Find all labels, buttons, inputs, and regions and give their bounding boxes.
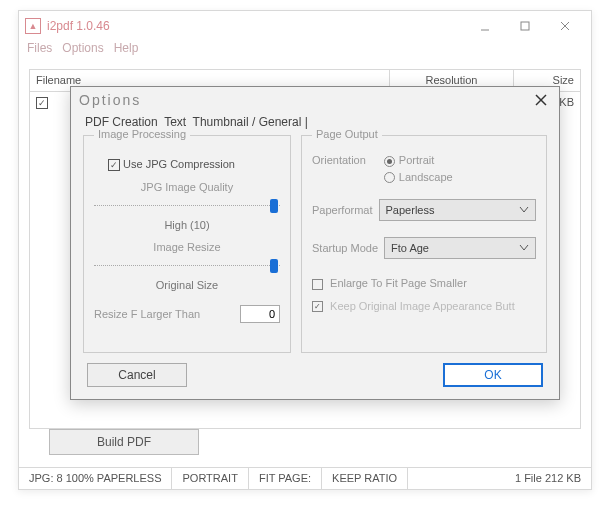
dialog-title: Options xyxy=(79,92,141,108)
ok-button[interactable]: OK xyxy=(443,363,543,387)
group-legend: Image Processing xyxy=(94,128,190,140)
larger-label: Resize F Larger Than xyxy=(94,308,200,320)
options-dialog: Options PDF Creation Text Thumbnail / Ge… xyxy=(70,86,560,400)
statusbar: JPG: 8 100% PAPERLESS PORTRAIT FIT PAGE:… xyxy=(19,467,591,489)
paperformat-label: Paperformat xyxy=(312,204,373,216)
radio-portrait[interactable]: Portrait xyxy=(384,154,453,167)
quality-label: JPG Image Quality xyxy=(94,181,280,193)
paperformat-value: Paperless xyxy=(386,204,435,216)
startup-select[interactable]: Fto Age xyxy=(384,237,536,259)
larger-input[interactable] xyxy=(240,305,280,323)
menubar: Files Options Help xyxy=(19,41,591,63)
use-jpg-label: Use JPG Compression xyxy=(123,158,235,170)
minimize-button[interactable] xyxy=(465,14,505,38)
paperformat-select[interactable]: Paperless xyxy=(379,199,536,221)
radio-icon xyxy=(384,172,395,183)
menu-help[interactable]: Help xyxy=(114,41,139,63)
resize-value: Original Size xyxy=(94,279,280,291)
quality-value: High (10) xyxy=(94,219,280,231)
page-output-group: Page Output Orientation Portrait Landsca… xyxy=(301,135,547,353)
status-jpg: JPG: 8 100% PAPERLESS xyxy=(19,468,172,489)
resize-slider[interactable] xyxy=(94,257,280,275)
startup-label: Startup Mode xyxy=(312,242,378,254)
svg-rect-1 xyxy=(521,22,529,30)
image-processing-group: Image Processing ✓ Use JPG Compression J… xyxy=(83,135,291,353)
menu-files[interactable]: Files xyxy=(27,41,52,63)
resize-label: Image Resize xyxy=(94,241,280,253)
dialog-titlebar: Options xyxy=(71,87,559,113)
startup-value: Fto Age xyxy=(391,242,429,254)
row-checkbox[interactable]: ✓ xyxy=(36,97,48,109)
app-icon: ▲ xyxy=(25,18,41,34)
quality-slider[interactable] xyxy=(94,197,280,215)
dialog-close-button[interactable] xyxy=(531,90,551,110)
menu-options[interactable]: Options xyxy=(62,41,103,63)
radio-icon xyxy=(384,156,395,167)
keep-row[interactable]: ✓ Keep Original Image Appearance Butt xyxy=(312,300,536,313)
close-icon xyxy=(559,20,571,32)
minimize-icon xyxy=(479,20,491,32)
close-button[interactable] xyxy=(545,14,585,38)
enlarge-label: Enlarge To Fit Page Smaller xyxy=(330,277,467,289)
use-jpg-checkbox[interactable]: ✓ xyxy=(108,159,120,171)
status-fit: FIT PAGE: xyxy=(249,468,322,489)
status-orientation: PORTRAIT xyxy=(172,468,248,489)
status-files: 1 File 212 KB xyxy=(505,468,591,489)
use-jpg-row[interactable]: ✓ Use JPG Compression xyxy=(108,158,280,171)
window-title: i2pdf 1.0.46 xyxy=(47,19,110,33)
maximize-button[interactable] xyxy=(505,14,545,38)
maximize-icon xyxy=(519,20,531,32)
enlarge-checkbox[interactable] xyxy=(312,279,323,290)
build-pdf-button[interactable]: Build PDF xyxy=(49,429,199,455)
keep-checkbox[interactable]: ✓ xyxy=(312,301,323,312)
orientation-label: Orientation xyxy=(312,154,366,166)
chevron-down-icon xyxy=(519,243,529,253)
group-legend: Page Output xyxy=(312,128,382,140)
chevron-down-icon xyxy=(519,205,529,215)
status-ratio: KEEP RATIO xyxy=(322,468,408,489)
keep-label: Keep Original Image Appearance Butt xyxy=(330,300,515,312)
titlebar: ▲ i2pdf 1.0.46 xyxy=(19,11,591,41)
close-icon xyxy=(535,94,547,106)
cancel-button[interactable]: Cancel xyxy=(87,363,187,387)
enlarge-row[interactable]: Enlarge To Fit Page Smaller xyxy=(312,277,536,290)
radio-landscape[interactable]: Landscape xyxy=(384,171,453,184)
